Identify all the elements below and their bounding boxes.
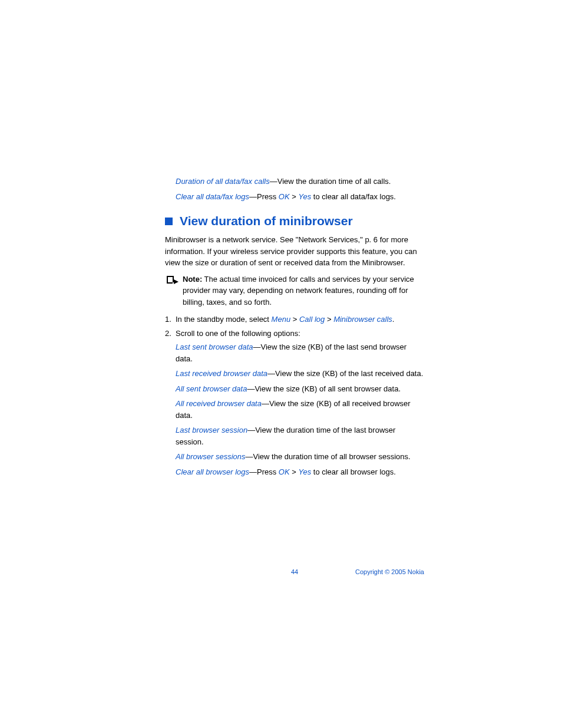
calllog-label: Call log bbox=[299, 315, 325, 324]
opt-g-yes: Yes bbox=[298, 467, 311, 476]
note-text: Note: The actual time invoiced for calls… bbox=[183, 274, 424, 308]
gt-1: > bbox=[290, 315, 299, 324]
opt-g-gt: > bbox=[290, 467, 299, 476]
clear-all-mid1: —Press bbox=[249, 192, 279, 201]
opt-g-label: Clear all browser logs bbox=[176, 467, 249, 476]
step-1-number: 1. bbox=[165, 314, 176, 325]
gt-2: > bbox=[325, 315, 333, 324]
menu-label: Menu bbox=[272, 315, 291, 324]
opt-clear-logs: Clear all browser logs—Press OK > Yes to… bbox=[176, 466, 424, 478]
opt-g-ok: OK bbox=[279, 467, 290, 476]
opt-a-label: Last sent browser data bbox=[176, 342, 253, 351]
opt-f-rest: —View the duration time of all browser s… bbox=[246, 452, 411, 461]
opt-all-received: All received browser data—View the size … bbox=[176, 398, 424, 421]
opt-c-rest: —View the size (KB) of all sent browser … bbox=[247, 384, 401, 393]
step-2-body: Scroll to one of the following options: bbox=[176, 328, 424, 340]
note-icon bbox=[165, 275, 183, 289]
duration-all-rest: —View the duration time of all calls. bbox=[270, 177, 391, 186]
opt-c-label: All sent browser data bbox=[176, 384, 247, 393]
heading-text: View duration of minibrowser bbox=[180, 214, 353, 228]
opt-last-session: Last browser session—View the duration t… bbox=[176, 424, 424, 447]
heading-bullet-icon bbox=[165, 218, 173, 225]
ok-label: OK bbox=[279, 192, 290, 201]
note-body: The actual time invoiced for calls and s… bbox=[183, 275, 414, 307]
opt-d-label: All received browser data bbox=[176, 399, 262, 408]
opt-g-mid1: —Press bbox=[249, 467, 279, 476]
opt-f-label: All browser sessions bbox=[176, 452, 246, 461]
step-1-pre: In the standby mode, select bbox=[176, 315, 272, 324]
gt-sep: > bbox=[290, 192, 299, 201]
opt-all-sent: All sent browser data—View the size (KB)… bbox=[176, 383, 424, 395]
opt-b-label: Last received browser data bbox=[176, 369, 267, 378]
opt-all-sessions: All browser sessions—View the duration t… bbox=[176, 451, 424, 463]
step-2-number: 2. bbox=[165, 328, 176, 340]
opt-last-sent: Last sent browser data—View the size (KB… bbox=[176, 341, 424, 364]
copyright-text: Copyright © 2005 Nokia bbox=[355, 568, 424, 575]
page-number: 44 bbox=[291, 568, 298, 575]
clear-all-label: Clear all data/fax logs bbox=[176, 192, 249, 201]
clear-all-line: Clear all data/fax logs—Press OK > Yes t… bbox=[176, 191, 424, 203]
page-footer: 44 Copyright © 2005 Nokia bbox=[165, 568, 424, 575]
step-2: 2. Scroll to one of the following option… bbox=[165, 328, 424, 340]
minibrowser-label: Minibrowser calls bbox=[333, 315, 392, 324]
step-1-body: In the standby mode, select Menu > Call … bbox=[176, 314, 424, 325]
step-1-post: . bbox=[392, 315, 395, 324]
opt-e-label: Last browser session bbox=[176, 426, 247, 434]
note-block: Note: The actual time invoiced for calls… bbox=[165, 274, 424, 308]
step-1: 1. In the standby mode, select Menu > Ca… bbox=[165, 314, 424, 325]
duration-all-label: Duration of all data/fax calls bbox=[176, 177, 270, 186]
section-heading: View duration of minibrowser bbox=[165, 214, 424, 228]
yes-label: Yes bbox=[298, 192, 311, 201]
intro-paragraph: Minibrowser is a network service. See "N… bbox=[165, 234, 424, 269]
opt-g-end: to clear all browser logs. bbox=[311, 467, 396, 476]
clear-all-end: to clear all data/fax logs. bbox=[311, 192, 396, 201]
duration-all-line: Duration of all data/fax calls—View the … bbox=[176, 176, 424, 187]
opt-last-received: Last received browser data—View the size… bbox=[176, 368, 424, 380]
page-content: Duration of all data/fax calls—View the … bbox=[165, 176, 424, 481]
opt-b-rest: —View the size (KB) of the last received… bbox=[267, 369, 423, 378]
note-label: Note: bbox=[183, 275, 202, 284]
